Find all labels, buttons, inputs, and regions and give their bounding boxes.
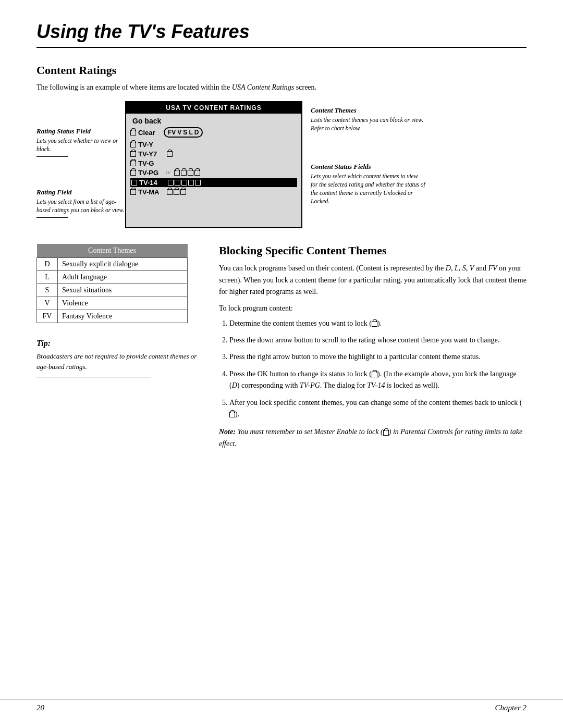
th-d: D: [194, 129, 199, 136]
content-ratings-section: Content Ratings The following is an exam…: [36, 64, 527, 228]
lock-icon-pg-1: [174, 170, 180, 176]
lock-icon-14-1: [168, 180, 174, 186]
tv-ma-row: TV-MA: [130, 188, 297, 196]
lock-icon-tvpg: [130, 170, 136, 176]
tv-screen: USA TV CONTENT RATINGS Go back Clear FV: [125, 101, 302, 228]
rating-status-label-block: Rating Status Field Lets you select whet…: [36, 127, 125, 157]
table-cell-code-v: V: [37, 297, 58, 310]
intro-italic: USA Content Ratings: [232, 83, 295, 91]
table-cell-code-d: D: [37, 258, 58, 271]
blocking-section: Blocking Specific Content Themes You can…: [219, 244, 527, 450]
content-ratings-heading: Content Ratings: [36, 64, 527, 77]
table-cell-desc-s: Sexual situations: [58, 284, 188, 297]
tv-screen-header: USA TV CONTENT RATINGS: [126, 102, 301, 114]
lock-icon-ma-2: [174, 189, 179, 195]
themes-table: Content Themes D Sexually explicit dialo…: [36, 244, 188, 323]
tv-ma-label: TV-MA: [130, 188, 164, 196]
lock-icon-y7-1: [167, 151, 173, 157]
table-row: V Violence: [37, 297, 188, 310]
numbered-list: Determine the content themes you want to…: [219, 318, 527, 421]
footer-chapter: Chapter 2: [495, 704, 527, 712]
to-lock-text: To lock program content:: [219, 304, 527, 313]
lock-icon-ma-3: [180, 189, 186, 195]
lock-icon-step1: [372, 321, 377, 327]
tv-14-label: TV-14: [131, 179, 165, 187]
footer-page-num: 20: [36, 704, 44, 712]
blocking-heading: Blocking Specific Content Themes: [219, 244, 527, 257]
page-container: Using the TV's Features Content Ratings …: [0, 0, 563, 491]
lock-icon-tv14: [131, 180, 137, 186]
diagram-area: Rating Status Field Lets you select whet…: [36, 101, 527, 228]
lock-icon-14-3: [181, 180, 187, 186]
th-l: L: [189, 129, 192, 136]
rating-status-title: Rating Status Field: [36, 127, 125, 135]
diagram-left-labels: Rating Status Field Lets you select whet…: [36, 101, 125, 228]
table-cell-code-s: S: [37, 284, 58, 297]
table-cell-code-l: L: [37, 271, 58, 284]
rating-status-arrow: [36, 156, 68, 157]
rating-field-title: Rating Field: [36, 188, 125, 196]
table-row: D Sexually explicit dialogue: [37, 258, 188, 271]
tv-pg-icons: [174, 170, 200, 176]
content-themes-label-desc: Lists the content themes you can block o…: [311, 116, 425, 132]
table-row: S Sexual situations: [37, 284, 188, 297]
tv-g-label: TV-G: [130, 159, 164, 167]
tv-14-icons: [168, 180, 201, 186]
table-cell-desc-d: Sexually explicit dialogue: [58, 258, 188, 271]
rating-field-label-block: Rating Field Lets you select from a list…: [36, 188, 125, 218]
themes-table-heading: Content Themes: [37, 244, 188, 258]
lock-icon-step5: [229, 412, 235, 417]
lock-icon-pg-3: [188, 170, 193, 176]
diagram-right-labels: Content Themes Lists the content themes …: [311, 101, 425, 228]
lock-icon-14-2: [175, 180, 180, 186]
intro-text: The following is an example of where ite…: [36, 83, 230, 91]
list-item: Press the OK button to change its status…: [229, 368, 527, 392]
content-status-label-title: Content Status Fields: [311, 163, 425, 171]
tv-y7-row: TV-Y7: [130, 150, 297, 158]
tv-y-row: TV-Y: [130, 141, 297, 149]
tv-14-row: TV-14: [130, 178, 297, 187]
lock-icon-pg-4: [194, 170, 200, 176]
lock-icon-tvy7: [130, 151, 136, 157]
lock-icon-tvma: [130, 189, 136, 195]
th-v: V: [177, 129, 181, 136]
clear-label: Clear: [130, 129, 164, 137]
table-cell-desc-fv: Fantasy Violence: [58, 310, 188, 323]
go-back-label: Go back: [132, 117, 161, 125]
lock-icon-14-4: [188, 180, 194, 186]
tv-g-row: TV-G: [130, 159, 297, 167]
tip-title: Tip:: [36, 339, 198, 348]
tv-y-label: TV-Y: [130, 141, 164, 149]
page-footer: 20 Chapter 2: [0, 699, 563, 712]
lower-section: Content Themes D Sexually explicit dialo…: [36, 244, 527, 450]
intro-paragraph: The following is an example of where ite…: [36, 83, 527, 92]
right-column: Blocking Specific Content Themes You can…: [219, 244, 527, 450]
intro-end: screen.: [296, 83, 316, 91]
lock-icon-14-5: [195, 180, 201, 186]
table-cell-desc-l: Adult language: [58, 271, 188, 284]
table-row: FV Fantasy Violence: [37, 310, 188, 323]
tip-divider: [36, 377, 151, 377]
theme-headers-oval: FV V S L D: [164, 127, 203, 138]
tv-y7-label: TV-Y7: [130, 150, 164, 158]
lock-icon-note: [383, 430, 389, 436]
lock-icon-clear: [130, 130, 136, 135]
tv-clear-row: Clear FV V S L D: [130, 127, 297, 138]
content-status-label-block: Content Status Fields Lets you select wh…: [311, 163, 425, 205]
rating-status-desc: Lets you select whether to view or block…: [36, 137, 125, 153]
list-item: Determine the content themes you want to…: [229, 318, 527, 329]
table-cell-code-fv: FV: [37, 310, 58, 323]
tip-section: Tip: Broadcasters are not required to pr…: [36, 339, 198, 377]
tv-pg-label: TV-PG: [130, 169, 164, 177]
rating-field-arrow: [36, 217, 68, 218]
left-column: Content Themes D Sexually explicit dialo…: [36, 244, 198, 450]
page-title: Using the TV's Features: [36, 21, 527, 48]
lock-icon-tvg: [130, 161, 136, 166]
tv-go-back-row: Go back: [130, 117, 297, 125]
th-s: S: [183, 129, 187, 136]
content-themes-label-title: Content Themes: [311, 106, 425, 115]
content-themes-label-block: Content Themes Lists the content themes …: [311, 106, 425, 132]
tv-pg-cursor: ☞: [166, 169, 171, 176]
th-fv: FV: [168, 129, 176, 136]
blocking-para1: You can lock programs based on their con…: [219, 263, 527, 298]
